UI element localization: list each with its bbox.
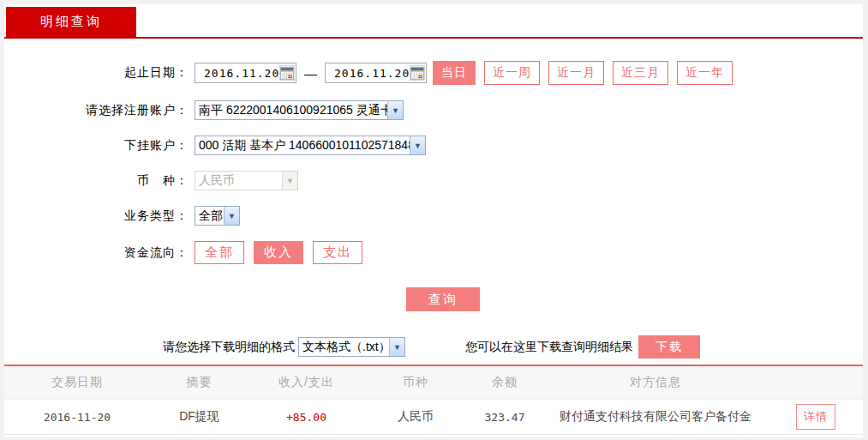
download-format-select[interactable]: 文本格式（.txt） ▼ bbox=[298, 337, 405, 357]
header-currency: 币种 bbox=[364, 375, 467, 390]
query-button-row: 查询 bbox=[23, 287, 863, 311]
chevron-down-icon: ▼ bbox=[224, 207, 239, 225]
currency-value: 人民币 bbox=[195, 173, 282, 189]
download-format-label: 请您选择下载明细的格式 bbox=[163, 340, 295, 355]
results-table: 交易日期 摘要 收入/支出 币种 余额 对方信息 2016-11-20 DF提现… bbox=[4, 365, 863, 435]
tab-detail-query[interactable]: 明细查询 bbox=[6, 7, 136, 37]
business-type-row: 业务类型： 全部 ▼ bbox=[4, 206, 863, 226]
content-panel: 明细查询 起止日期： 2016.11.20 — bbox=[4, 4, 863, 437]
header-income-expense: 收入/支出 bbox=[248, 375, 364, 390]
detail-button[interactable]: 详情 bbox=[796, 404, 835, 430]
download-button[interactable]: 下载 bbox=[638, 335, 700, 359]
cell-amount: +85.00 bbox=[248, 411, 364, 424]
register-account-value: 南平 6222001406100921065 灵通卡 bbox=[195, 103, 387, 118]
register-account-row: 请选择注册账户： 南平 6222001406100921065 灵通卡 ▼ bbox=[4, 100, 863, 120]
cell-trade-date: 2016-11-20 bbox=[4, 411, 150, 424]
currency-select: 人民币 ▼ bbox=[195, 171, 298, 190]
tab-bar: 明细查询 bbox=[4, 4, 863, 37]
fund-flow-label: 资金流向： bbox=[4, 245, 189, 261]
end-date-value: 2016.11.20 bbox=[334, 67, 410, 80]
chevron-down-icon: ▼ bbox=[389, 338, 404, 356]
end-date-calendar-button[interactable] bbox=[410, 65, 425, 81]
end-date-input[interactable]: 2016.11.20 bbox=[325, 63, 427, 83]
start-date-input[interactable]: 2016.11.20 bbox=[195, 63, 296, 83]
download-hint-text: 您可以在这里下载查询明细结果 bbox=[465, 340, 633, 355]
quick-range-month-button[interactable]: 近一月 bbox=[548, 61, 604, 85]
quick-range-3months-button[interactable]: 近三月 bbox=[613, 61, 668, 85]
download-format-value: 文本格式（.txt） bbox=[299, 340, 389, 355]
date-range-separator: — bbox=[304, 66, 317, 81]
calendar-icon bbox=[280, 67, 294, 80]
chevron-down-icon: ▼ bbox=[282, 172, 297, 190]
fund-flow-income-button[interactable]: 收入 bbox=[254, 241, 303, 264]
header-counterparty: 对方信息 bbox=[542, 375, 769, 390]
cell-summary: DF提现 bbox=[150, 409, 248, 425]
chevron-down-icon: ▼ bbox=[387, 101, 403, 119]
business-type-select[interactable]: 全部 ▼ bbox=[195, 206, 240, 226]
table-header-row: 交易日期 摘要 收入/支出 币种 余额 对方信息 bbox=[4, 366, 863, 400]
business-type-label: 业务类型： bbox=[4, 208, 189, 224]
query-button[interactable]: 查询 bbox=[406, 287, 480, 311]
business-type-value: 全部 bbox=[195, 208, 224, 224]
fund-flow-row: 资金流向： 全部 收入 支出 bbox=[4, 241, 863, 264]
currency-label: 币 种： bbox=[4, 173, 189, 189]
sub-account-value: 000 活期 基本户 1406600101102571848 bbox=[195, 138, 410, 154]
register-account-select[interactable]: 南平 6222001406100921065 灵通卡 ▼ bbox=[195, 100, 404, 120]
cell-action: 详情 bbox=[769, 404, 863, 430]
header-trade-date: 交易日期 bbox=[4, 375, 150, 390]
quick-range-week-button[interactable]: 近一周 bbox=[484, 61, 540, 85]
currency-row: 币 种： 人民币 ▼ bbox=[4, 171, 863, 190]
quick-range-year-button[interactable]: 近一年 bbox=[677, 61, 733, 85]
sub-account-label: 下挂账户： bbox=[4, 138, 189, 154]
quick-range-buttons: 当日 近一周 近一月 近三月 近一年 bbox=[433, 61, 741, 85]
sub-account-row: 下挂账户： 000 活期 基本户 1406600101102571848 ▼ bbox=[4, 136, 863, 155]
sub-account-select[interactable]: 000 活期 基本户 1406600101102571848 ▼ bbox=[195, 136, 426, 155]
fund-flow-expense-button[interactable]: 支出 bbox=[313, 241, 362, 264]
date-range-label: 起止日期： bbox=[4, 65, 189, 81]
fund-flow-all-button[interactable]: 全部 bbox=[195, 241, 244, 264]
cell-counterparty: 财付通支付科技有限公司客户备付金 bbox=[542, 409, 769, 425]
fund-flow-buttons: 全部 收入 支出 bbox=[195, 241, 372, 264]
header-balance: 余额 bbox=[467, 375, 542, 390]
quick-range-today-button[interactable]: 当日 bbox=[433, 61, 476, 85]
date-range-row: 起止日期： 2016.11.20 — 2016.11.20 bbox=[4, 61, 863, 85]
cell-currency: 人民币 bbox=[364, 409, 467, 425]
cell-balance: 323.47 bbox=[467, 411, 542, 424]
register-account-label: 请选择注册账户： bbox=[4, 103, 189, 118]
calendar-icon bbox=[410, 67, 424, 80]
header-summary: 摘要 bbox=[150, 375, 248, 390]
query-form: 起止日期： 2016.11.20 — 2016.11.20 bbox=[4, 39, 863, 359]
download-row: 请您选择下载明细的格式 文本格式（.txt） ▼ 您可以在这里下载查询明细结果 … bbox=[4, 335, 863, 359]
start-date-value: 2016.11.20 bbox=[204, 67, 279, 80]
chevron-down-icon: ▼ bbox=[410, 136, 425, 154]
start-date-calendar-button[interactable] bbox=[279, 65, 295, 81]
table-row: 2016-11-20 DF提现 +85.00 人民币 323.47 财付通支付科… bbox=[4, 400, 863, 435]
tab-detail-query-label: 明细查询 bbox=[40, 14, 102, 30]
